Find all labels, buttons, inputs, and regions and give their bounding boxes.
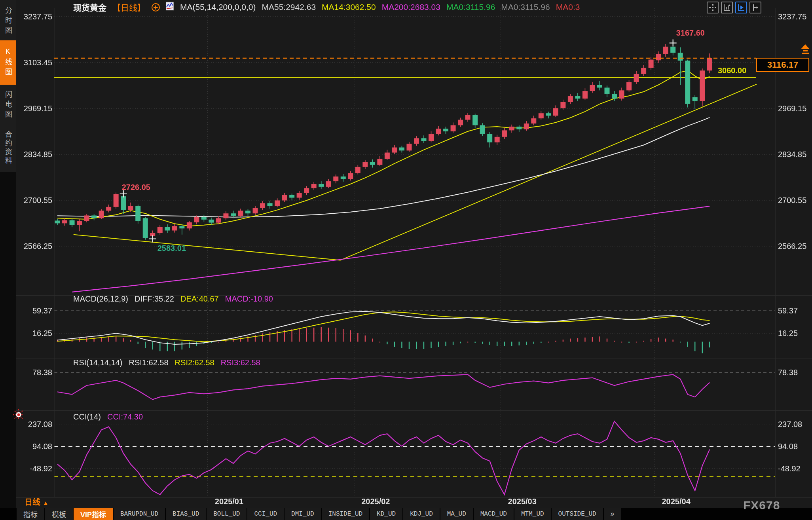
- sidebar-tab-kline-chart[interactable]: K线图: [0, 40, 16, 85]
- price-marker-label: 3167.60: [676, 28, 705, 38]
- ma200-value: MA200:2683.03: [382, 2, 440, 12]
- y-axis-label-right: 78.38: [778, 368, 812, 377]
- y-axis-label-right: 2969.15: [778, 104, 812, 113]
- price-marker-label: 2583.01: [157, 244, 186, 253]
- rsi-formula: RSI(14,14,14): [73, 358, 123, 367]
- chart-canvas[interactable]: [0, 0, 812, 520]
- indicator-tab-8[interactable]: DMI_UD: [285, 508, 321, 520]
- period-tag: 【日线】: [112, 1, 146, 13]
- y-axis-label-right: 3237.75: [778, 12, 812, 21]
- mini-chart-icon[interactable]: [166, 2, 174, 13]
- y-axis-label-left: 78.38: [15, 368, 52, 377]
- last-price-box: 3116.17: [756, 58, 809, 72]
- macd-formula: MACD(26,12,9): [73, 294, 128, 303]
- add-indicator-icon[interactable]: +: [152, 3, 160, 11]
- pane-separator: [16, 497, 812, 498]
- sidebar-tab-flash-chart[interactable]: 闪电图: [0, 86, 16, 124]
- y-axis-label-right: -48.92: [778, 464, 812, 473]
- indicator-tab-bar: 指标模板VIP指标BARUPDN_UDBIAS_UDBOLL_UDCCI_UDD…: [0, 508, 812, 520]
- y-axis-label-left: 2834.85: [15, 150, 52, 159]
- y-axis-label-right: 2700.55: [778, 196, 812, 205]
- indicator-tab-4[interactable]: BARUPDN_UD: [114, 508, 165, 520]
- indicator-tab-14[interactable]: MTM_UD: [514, 508, 551, 520]
- y-axis-label-left: 59.37: [15, 306, 52, 315]
- indicator-tab-5[interactable]: BIAS_UD: [166, 508, 206, 520]
- indicator-tab-1[interactable]: 指标: [17, 508, 44, 520]
- cci-formula: CCI(14): [73, 412, 101, 421]
- x-axis-label: 2025/01: [215, 497, 243, 506]
- y-axis-label-right: 2834.85: [778, 150, 812, 159]
- price-marker-label: 2726.05: [122, 183, 150, 192]
- rsi2-value: RSI2:62.58: [175, 358, 214, 367]
- rsi3-value: RSI3:62.58: [221, 358, 260, 367]
- y-axis-label-right: 59.37: [778, 306, 812, 315]
- y-axis-label-right: 16.25: [778, 329, 812, 338]
- macd-pane-title: MACD(26,12,9)DIFF:35.22DEA:40.67MACD:-10…: [73, 294, 279, 304]
- indicator-tab-11[interactable]: KDJ_UD: [403, 508, 440, 520]
- indicator-tab-16[interactable]: »: [604, 508, 621, 520]
- y-axis-label-left: 2969.15: [15, 104, 52, 113]
- macd-hist-value: MACD:-10.90: [225, 294, 273, 303]
- y-axis-label-right: 237.08: [778, 420, 812, 429]
- y-axis-label-left: 2566.25: [15, 242, 52, 251]
- crosshair-grid-icon[interactable]: [707, 2, 719, 13]
- watermark: FX678: [743, 499, 780, 512]
- x-axis-label: 2025/03: [508, 497, 537, 506]
- chart-window: 分时图 K线图 闪电图 合约资料 现货黄金 【日线】 + MA(55,14,20…: [0, 0, 812, 520]
- ma0-green-value: MA0:3115.96: [446, 2, 495, 12]
- header-toolbar: [707, 2, 761, 13]
- sidebar-tab-time-chart[interactable]: 分时图: [0, 2, 16, 40]
- indicator-tab-15[interactable]: OUTSIDE_UD: [552, 508, 603, 520]
- indicator-tab-9[interactable]: INSIDE_UD: [322, 508, 369, 520]
- rsi-pane-title: RSI(14,14,14)RSI1:62.58RSI2:62.58RSI3:62…: [73, 358, 267, 367]
- ma55-value: MA55:2942.63: [262, 2, 316, 12]
- left-sidebar: 分时图 K线图 闪电图 合约资料: [0, 0, 16, 520]
- macd-diff-value: DIFF:35.22: [135, 294, 174, 303]
- y-axis-label-left: 2700.55: [15, 196, 52, 205]
- sidebar-tab-contract-info[interactable]: 合约资料: [0, 125, 16, 171]
- indicator-tab-3[interactable]: VIP指标: [74, 508, 113, 520]
- axis-shift-icon[interactable]: [749, 2, 761, 13]
- x-axis-label: 2025/04: [662, 497, 690, 506]
- y-axis-label-left: 3103.45: [15, 58, 52, 67]
- cci-pane-title: CCI(14)CCI:74.30: [73, 412, 149, 421]
- axis-play-icon[interactable]: [735, 2, 747, 13]
- horizontal-line-price-label: 3060.00: [718, 66, 746, 75]
- price-up-arrow-icon: [800, 43, 810, 59]
- pane-separator: [16, 410, 812, 411]
- y-axis-label-left: 3237.75: [15, 12, 52, 21]
- rsi1-value: RSI1:62.58: [129, 358, 169, 367]
- indicator-tab-7[interactable]: CCI_UD: [247, 508, 284, 520]
- indicator-tab-10[interactable]: KD_UD: [370, 508, 402, 520]
- y-axis-label-left: -48.92: [15, 464, 52, 473]
- symbol-name: 现货黄金: [73, 1, 106, 13]
- ma0-red-value: MA0:3: [556, 2, 580, 12]
- indicator-tab-12[interactable]: MA_UD: [440, 508, 473, 520]
- ma-formula: MA(55,14,200,0,0,0): [180, 2, 256, 12]
- indicator-tab-6[interactable]: BOLL_UD: [207, 508, 247, 520]
- cci-value: CCI:74.30: [107, 412, 143, 421]
- x-axis-label: 2025/02: [361, 497, 390, 506]
- alert-icon[interactable]: [13, 409, 25, 422]
- axis-scale-icon[interactable]: [721, 2, 733, 13]
- y-axis-label-left: 16.25: [15, 329, 52, 338]
- y-axis-label-right: 2566.25: [778, 242, 812, 251]
- macd-dea-value: DEA:40.67: [180, 294, 219, 303]
- y-axis-label-right: 94.08: [778, 442, 812, 451]
- dropdown-arrow-icon: ▲: [43, 499, 49, 506]
- indicator-tab-2[interactable]: 模板: [45, 508, 73, 520]
- period-selector[interactable]: 日线▲: [25, 496, 49, 507]
- chart-header: 现货黄金 【日线】 + MA(55,14,200,0,0,0) MA55:294…: [73, 2, 586, 12]
- ma0-gray-value: MA0:3115.96: [501, 2, 550, 12]
- indicator-tab-13[interactable]: MACD_UD: [474, 508, 514, 520]
- ma14-value: MA14:3062.50: [322, 2, 376, 12]
- y-axis-label-left: 94.08: [15, 442, 52, 451]
